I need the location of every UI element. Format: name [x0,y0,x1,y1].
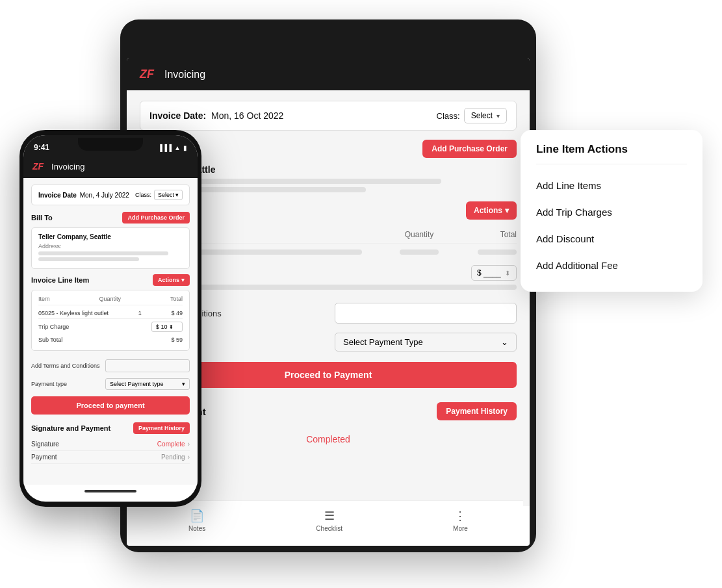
phone-terms-row: Add Terms and Conditions [31,356,190,376]
phone-trip-charge-input[interactable]: $ 10 ⬍ [151,322,183,332]
add-additional-fee-option[interactable]: Add Additional Fee [536,252,687,279]
phone-item-col: Item [38,296,50,302]
phone-signature-section: Signature and Payment Payment History Si… [31,422,190,464]
phone-bill-to-title: Bill To [31,214,53,222]
phone-address-line-2 [38,257,139,261]
class-value: Select [471,111,493,120]
chevron-down-icon: ▾ [175,192,179,198]
phone-trip-charge-label: Trip Charge [38,324,69,330]
stepper-icon: ⬍ [169,324,174,330]
quantity-col-header: Quantity [387,230,452,239]
payment-history-button[interactable]: Payment History [437,402,517,420]
phone-payment-type-label: Payment type [31,381,67,387]
checklist-icon: ☰ [324,509,335,523]
phone-company-name: Teller Company, Seattle [38,233,183,240]
trip-charge-input[interactable]: $ ____ ⬍ [471,265,517,281]
payment-type-dropdown[interactable]: Select Payment Type ⌄ [335,333,517,352]
line-item-actions-popup: Line Item Actions Add Line Items Add Tri… [521,130,703,292]
phone-item-qty: 1 [138,310,142,316]
total-col-header: Total [452,230,517,239]
phone-address-line-1 [38,251,168,255]
nav-more-label: More [453,525,468,532]
more-icon: ⋮ [454,509,466,523]
phone-qty-col: Quantity [99,296,121,302]
phone-app-name: Invoicing [51,162,84,172]
phone-class-dropdown[interactable]: Select ▾ [154,190,183,200]
phone-subtotal-label: Sub Total [38,337,62,343]
scene: ZF Invoicing Invoice Date: Mon, 16 Oct 2… [0,0,722,588]
phone-table-row: 05025 - Keyless light outlet 1 $ 49 [38,308,183,318]
nav-more[interactable]: ⋮ More [453,509,468,532]
chevron-down-icon: ▾ [505,206,509,215]
notes-icon: 📄 [190,509,204,523]
phone-subtotal-value: $ 59 [171,337,183,343]
phone-sig-status: Complete [157,441,185,448]
add-line-items-option[interactable]: Add Line Items [536,172,687,199]
nav-notes-label: Notes [188,525,205,532]
phone-item-code: 05025 - Keyless light outlet [38,310,109,316]
phone-address-label: Address: [38,243,183,249]
stepper-icon: ⬍ [505,270,510,277]
phone-invoice-date-row: Invoice Date Mon, 4 July 2022 Class: Sel… [31,185,190,205]
battery-icon: ▮ [183,144,187,151]
phone-actions-button[interactable]: Actions ▾ [153,274,190,286]
phone-terms-label: Add Terms and Conditions [31,363,99,369]
phone-time: 9:41 [34,143,49,152]
chevron-down-icon: ▾ [182,381,185,387]
phone-sig-label: Signature [31,441,59,448]
phone-class-select[interactable]: Class: Select ▾ [135,190,183,200]
add-trip-charges-option[interactable]: Add Trip Charges [536,199,687,225]
phone-add-purchase-order-button[interactable]: Add Purchase Order [122,212,190,224]
phone-line-item-header: Invoice Line Item Actions ▾ [31,274,190,286]
phone-payment-row: Payment Pending › [31,451,190,464]
terms-input[interactable] [335,303,517,324]
class-select-group: Class: Select ▾ [437,108,507,123]
tablet-bottom-nav: 📄 Notes ☰ Checklist ⋮ More [133,500,523,539]
payment-type-value: Select Payment Type [343,337,423,347]
add-purchase-order-button[interactable]: Add Purchase Order [422,140,517,158]
phone-table-header: Item Quantity Total [38,296,183,305]
phone-trip-charge-row: Trip Charge $ 10 ⬍ [38,318,183,335]
phone-logo: ZF [32,161,44,172]
invoice-date-row: Invoice Date: Mon, 16 Oct 2022 Class: Se… [140,101,517,131]
wifi-icon: ▲ [174,144,181,151]
trip-charge-value: $ ____ [477,268,501,277]
phone-company-box: Teller Company, Seattle Address: [31,227,190,269]
phone-signature-header: Signature and Payment Payment History [31,422,190,434]
phone-screen: 9:41 ▐▐▐ ▲ ▮ ZF Invoicing Invoice Date [23,135,198,502]
phone-content: Invoice Date Mon, 4 July 2022 Class: Sel… [23,178,198,485]
phone-line-items-box: Item Quantity Total 05025 - Keyless ligh… [31,290,190,351]
phone-invoice-date-value: Invoice Date Mon, 4 July 2022 [38,192,129,199]
phone-notch [78,138,143,151]
phone-device: 9:41 ▐▐▐ ▲ ▮ ZF Invoicing Invoice Date [19,130,201,507]
add-discount-option[interactable]: Add Discount [536,225,687,252]
nav-checklist[interactable]: ☰ Checklist [316,509,342,532]
chevron-down-icon: ⌄ [501,337,508,347]
phone-payment-status: Pending [161,454,185,461]
phone-payment-history-button[interactable]: Payment History [133,422,190,434]
completed-label: Completed [306,434,350,444]
invoice-date-value: Mon, 16 Oct 2022 [211,110,283,121]
phone-payment-type-dropdown[interactable]: Select Payment type ▾ [105,378,190,390]
phone-line-item-title: Invoice Line Item [31,276,89,284]
nav-notes[interactable]: 📄 Notes [188,509,205,532]
phone-terms-input[interactable] [105,359,190,372]
phone-header: ZF Invoicing [23,156,198,178]
phone-payment-type-row: Payment type Select Payment type ▾ [31,376,190,392]
phone-subtotal-row: Sub Total $ 59 [38,335,183,345]
class-dropdown[interactable]: Select ▾ [464,108,507,123]
phone-status-icons: ▐▐▐ ▲ ▮ [158,144,187,151]
phone-payment-label: Payment [31,454,57,461]
nav-checklist-label: Checklist [316,525,342,532]
invoice-date-label: Invoice Date: Mon, 16 Oct 2022 [149,110,283,121]
phone-signature-row: Signature Complete › [31,438,190,451]
chevron-down-icon: ▾ [181,277,185,283]
chevron-right-icon: › [188,441,190,448]
popup-title: Line Item Actions [536,143,687,164]
actions-button[interactable]: Actions ▾ [466,201,517,220]
phone-bill-to-header: Bill To Add Purchase Order [31,212,190,224]
phone-home-indicator [84,490,136,492]
chevron-down-icon: ▾ [496,112,500,120]
phone-proceed-button[interactable]: Proceed to payment [31,396,190,415]
phone-item-total: $ 49 [171,310,183,316]
